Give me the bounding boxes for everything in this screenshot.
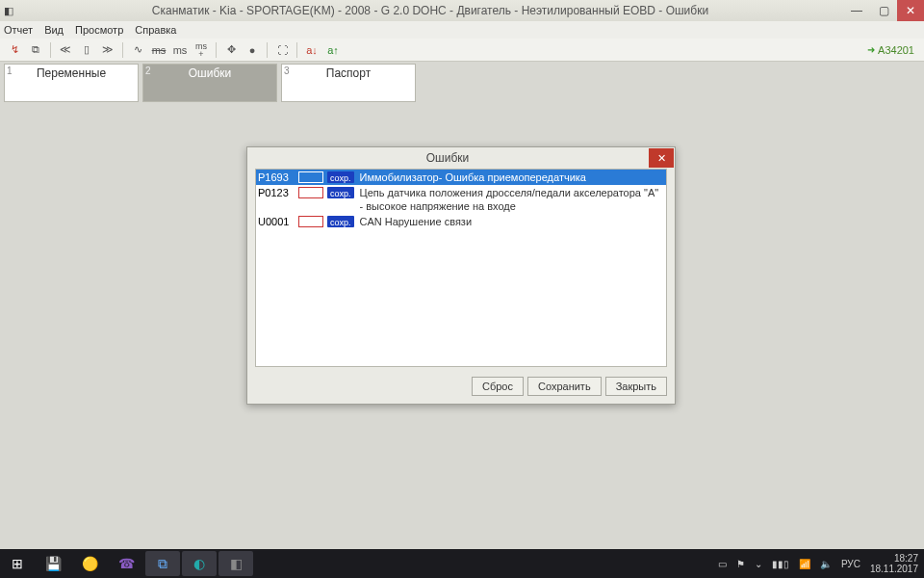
dialog-close-button[interactable]: ✕	[649, 148, 674, 168]
error-chip-icon	[298, 171, 323, 183]
error-code: P1693	[258, 171, 298, 184]
tab-number: 1	[7, 66, 13, 76]
toolbar: ↯ ⧉ ≪ ▯ ≫ ∿ ms ms ms+ ✥ ● ⛶ a↓ a↑ A34201	[0, 39, 924, 62]
error-store-badge: сохр.	[327, 187, 354, 198]
back-icon[interactable]: ↯	[6, 41, 23, 59]
ms-icon[interactable]: ms	[171, 41, 189, 59]
copy-icon[interactable]: ⧉	[27, 41, 44, 59]
error-store-badge: сохр.	[327, 216, 354, 227]
move-icon[interactable]: ✥	[222, 41, 240, 59]
dialog-title: Ошибки	[247, 151, 648, 165]
toolbar-separator	[216, 42, 217, 58]
start-button[interactable]: ⊞	[0, 549, 35, 578]
tab-label: Ошибки	[143, 65, 276, 80]
tray-signal-icon[interactable]: ▮▮▯	[772, 559, 789, 569]
taskbar-app1-icon[interactable]: ⧉	[145, 551, 180, 576]
system-tray: ▭ ⚑ ⌄ ▮▮▯ 📶 🔈 РУС 18:27 18.11.2017	[718, 553, 924, 574]
frame-icon[interactable]: ▯	[78, 41, 95, 59]
window-title: Сканматик - Kia - SPORTAGE(KM) - 2008 - …	[17, 4, 843, 17]
tab-number: 2	[145, 66, 151, 76]
error-row[interactable]: U0001 сохр. CAN Нарушение связи	[256, 214, 666, 229]
sort-down-icon[interactable]: a↓	[303, 41, 321, 59]
toolbar-separator	[296, 42, 297, 58]
error-chip-icon	[298, 216, 323, 227]
error-row[interactable]: P0123 сохр. Цепь датчика положения дросс…	[256, 185, 666, 214]
taskbar-clock[interactable]: 18:27 18.11.2017	[870, 553, 918, 574]
toolbar-separator	[122, 42, 123, 58]
forward-icon[interactable]: ≫	[99, 41, 116, 59]
app-icon: ◧	[0, 5, 17, 17]
error-row[interactable]: P1693 сохр. Иммобилизатор- Ошибка приемо…	[256, 170, 666, 185]
error-description: CAN Нарушение связи	[360, 215, 664, 228]
maximize-button[interactable]: ▢	[870, 0, 897, 21]
taskbar-app3-icon[interactable]: ◧	[218, 551, 253, 576]
reset-button[interactable]: Сброс	[472, 377, 524, 396]
clock-date: 18.11.2017	[870, 564, 918, 574]
tray-language[interactable]: РУС	[841, 559, 860, 569]
menu-preview[interactable]: Просмотр	[75, 24, 123, 36]
taskbar-app2-icon[interactable]: ◐	[182, 551, 217, 576]
menu-view[interactable]: Вид	[44, 24, 64, 36]
taskbar-chrome-icon[interactable]: 🟡	[72, 551, 107, 576]
wave-icon[interactable]: ∿	[129, 41, 146, 59]
tab-variables[interactable]: 1 Переменные	[4, 64, 139, 102]
error-description: Иммобилизатор- Ошибка приемопередатчика	[360, 171, 664, 184]
menu-report[interactable]: Отчет	[4, 24, 33, 36]
save-button[interactable]: Сохранить	[527, 377, 602, 396]
tab-strip: 1 Переменные 2 Ошибки 3 Паспорт	[0, 62, 924, 104]
clock-time: 18:27	[870, 553, 918, 564]
window-titlebar: ◧ Сканматик - Kia - SPORTAGE(KM) - 2008 …	[0, 0, 924, 21]
taskbar-viber-icon[interactable]: ☎	[109, 551, 143, 576]
error-description: Цепь датчика положения дросселя/педали а…	[360, 186, 664, 213]
tab-passport[interactable]: 3 Паспорт	[281, 64, 416, 102]
close-button[interactable]: Закрыть	[605, 377, 667, 396]
tray-battery-icon[interactable]: ▭	[718, 559, 727, 569]
tray-volume-icon[interactable]: 🔈	[820, 559, 832, 569]
work-area: 1 Переменные 2 Ошибки 3 Паспорт Ошибки ✕…	[0, 62, 924, 549]
menubar: Отчет Вид Просмотр Справка	[0, 21, 924, 39]
window-close-button[interactable]: ✕	[897, 0, 924, 21]
sort-up-icon[interactable]: a↑	[324, 41, 342, 59]
tab-label: Паспорт	[282, 65, 415, 80]
tab-errors[interactable]: 2 Ошибки	[142, 64, 277, 102]
error-code: U0001	[258, 215, 298, 228]
record-icon[interactable]: ●	[244, 41, 261, 59]
error-store-badge: сохр.	[327, 171, 354, 183]
error-chip-icon	[298, 187, 323, 198]
rewind-icon[interactable]: ≪	[57, 41, 74, 59]
taskbar-save-icon[interactable]: 💾	[36, 551, 70, 576]
menu-help[interactable]: Справка	[135, 24, 176, 36]
tray-chevron-icon[interactable]: ⌄	[755, 559, 762, 569]
image-icon[interactable]: ⛶	[273, 41, 291, 59]
session-id: A34201	[867, 44, 914, 56]
dialog-footer: Сброс Сохранить Закрыть	[247, 373, 675, 404]
toolbar-separator	[50, 42, 51, 58]
ms-plus-icon[interactable]: ms+	[192, 41, 210, 59]
error-list: P1693 сохр. Иммобилизатор- Ошибка приемо…	[255, 169, 667, 367]
dialog-titlebar: Ошибки ✕	[247, 147, 675, 169]
errors-dialog: Ошибки ✕ P1693 сохр. Иммобилизатор- Ошиб…	[246, 146, 676, 405]
ms-strike-icon[interactable]: ms	[150, 41, 167, 59]
tray-flag-icon[interactable]: ⚑	[736, 559, 745, 569]
tab-label: Переменные	[5, 65, 138, 80]
minimize-button[interactable]: ―	[843, 0, 870, 21]
tray-network-icon[interactable]: 📶	[799, 559, 810, 569]
tab-number: 3	[284, 66, 290, 76]
error-code: P0123	[258, 186, 298, 213]
toolbar-separator	[267, 42, 268, 58]
taskbar: ⊞ 💾 🟡 ☎ ⧉ ◐ ◧ ▭ ⚑ ⌄ ▮▮▯ 📶 🔈 РУС 18:27 18…	[0, 549, 924, 578]
